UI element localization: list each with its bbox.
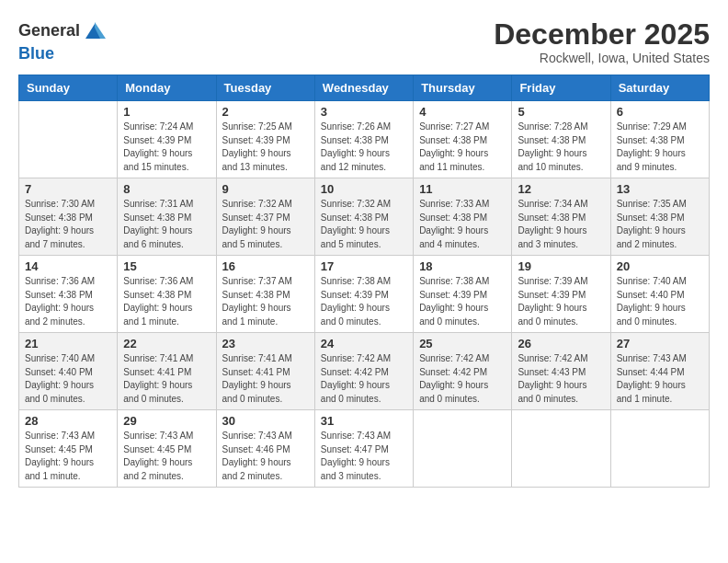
week-row-2: 7Sunrise: 7:30 AMSunset: 4:38 PMDaylight… (19, 178, 710, 256)
day-cell: 15Sunrise: 7:36 AMSunset: 4:38 PMDayligh… (118, 256, 216, 333)
day-cell (512, 410, 610, 488)
day-number: 14 (25, 259, 111, 273)
day-number: 6 (617, 105, 703, 119)
day-cell: 14Sunrise: 7:36 AMSunset: 4:38 PMDayligh… (19, 256, 118, 333)
day-number: 1 (123, 105, 210, 119)
title-block: December 2025 Rockwell, Iowa, United Sta… (494, 18, 710, 65)
day-cell: 11Sunrise: 7:33 AMSunset: 4:38 PMDayligh… (414, 178, 512, 256)
day-cell: 21Sunrise: 7:40 AMSunset: 4:40 PMDayligh… (19, 333, 118, 410)
day-cell: 13Sunrise: 7:35 AMSunset: 4:38 PMDayligh… (610, 178, 709, 256)
day-info: Sunrise: 7:41 AMSunset: 4:41 PMDaylight:… (123, 352, 210, 406)
day-number: 20 (617, 259, 703, 273)
day-cell: 3Sunrise: 7:26 AMSunset: 4:38 PMDaylight… (314, 101, 413, 178)
day-number: 21 (25, 337, 111, 350)
day-cell: 23Sunrise: 7:41 AMSunset: 4:41 PMDayligh… (216, 333, 314, 410)
day-cell (610, 410, 709, 488)
day-cell: 31Sunrise: 7:43 AMSunset: 4:47 PMDayligh… (314, 410, 413, 488)
day-cell (19, 101, 118, 178)
calendar-subtitle: Rockwell, Iowa, United States (494, 51, 710, 65)
day-number: 4 (419, 105, 506, 119)
day-number: 19 (518, 259, 604, 273)
day-cell: 25Sunrise: 7:42 AMSunset: 4:42 PMDayligh… (414, 333, 512, 410)
day-info: Sunrise: 7:34 AMSunset: 4:38 PMDaylight:… (518, 198, 604, 251)
day-info: Sunrise: 7:42 AMSunset: 4:42 PMDaylight:… (419, 352, 506, 406)
day-info: Sunrise: 7:43 AMSunset: 4:45 PMDaylight:… (123, 430, 210, 483)
day-info: Sunrise: 7:38 AMSunset: 4:39 PMDaylight:… (419, 275, 506, 328)
day-number: 8 (123, 182, 210, 196)
week-row-5: 28Sunrise: 7:43 AMSunset: 4:45 PMDayligh… (19, 410, 710, 488)
day-info: Sunrise: 7:42 AMSunset: 4:42 PMDaylight:… (321, 352, 407, 406)
day-info: Sunrise: 7:37 AMSunset: 4:38 PMDaylight:… (222, 275, 309, 328)
day-info: Sunrise: 7:28 AMSunset: 4:38 PMDaylight:… (518, 121, 604, 174)
day-number: 5 (518, 105, 604, 119)
day-info: Sunrise: 7:26 AMSunset: 4:38 PMDaylight:… (321, 121, 407, 174)
day-number: 30 (222, 414, 309, 428)
day-number: 16 (222, 259, 309, 273)
day-info: Sunrise: 7:41 AMSunset: 4:41 PMDaylight:… (222, 352, 309, 406)
day-number: 28 (25, 414, 111, 428)
day-number: 23 (222, 337, 309, 350)
day-cell: 5Sunrise: 7:28 AMSunset: 4:38 PMDaylight… (512, 101, 610, 178)
day-info: Sunrise: 7:43 AMSunset: 4:44 PMDaylight:… (617, 352, 703, 406)
day-cell: 12Sunrise: 7:34 AMSunset: 4:38 PMDayligh… (512, 178, 610, 256)
day-cell: 16Sunrise: 7:37 AMSunset: 4:38 PMDayligh… (216, 256, 314, 333)
day-cell: 27Sunrise: 7:43 AMSunset: 4:44 PMDayligh… (610, 333, 709, 410)
week-row-1: 1Sunrise: 7:24 AMSunset: 4:39 PMDaylight… (19, 101, 710, 178)
day-number: 22 (123, 337, 210, 350)
day-number: 18 (419, 259, 506, 273)
day-info: Sunrise: 7:36 AMSunset: 4:38 PMDaylight:… (25, 275, 111, 328)
day-number: 10 (321, 182, 407, 196)
day-number: 3 (321, 105, 407, 119)
day-number: 15 (123, 259, 210, 273)
day-info: Sunrise: 7:42 AMSunset: 4:43 PMDaylight:… (518, 352, 604, 406)
day-cell: 28Sunrise: 7:43 AMSunset: 4:45 PMDayligh… (19, 410, 118, 488)
day-info: Sunrise: 7:33 AMSunset: 4:38 PMDaylight:… (419, 198, 506, 251)
day-cell: 10Sunrise: 7:32 AMSunset: 4:38 PMDayligh… (314, 178, 413, 256)
day-number: 9 (222, 182, 309, 196)
day-info: Sunrise: 7:40 AMSunset: 4:40 PMDaylight:… (617, 275, 703, 328)
col-header-sunday: Sunday (19, 75, 118, 101)
day-cell: 30Sunrise: 7:43 AMSunset: 4:46 PMDayligh… (216, 410, 314, 488)
day-cell: 19Sunrise: 7:39 AMSunset: 4:39 PMDayligh… (512, 256, 610, 333)
col-header-tuesday: Tuesday (216, 75, 314, 101)
day-number: 7 (25, 182, 111, 196)
day-info: Sunrise: 7:27 AMSunset: 4:38 PMDaylight:… (419, 121, 506, 174)
day-number: 13 (617, 182, 703, 196)
day-number: 11 (419, 182, 506, 196)
page-header: General Blue December 2025 Rockwell, Iow… (18, 18, 710, 65)
day-cell: 9Sunrise: 7:32 AMSunset: 4:37 PMDaylight… (216, 178, 314, 256)
day-cell: 18Sunrise: 7:38 AMSunset: 4:39 PMDayligh… (414, 256, 512, 333)
day-info: Sunrise: 7:24 AMSunset: 4:39 PMDaylight:… (123, 121, 210, 174)
col-header-friday: Friday (512, 75, 610, 101)
week-row-3: 14Sunrise: 7:36 AMSunset: 4:38 PMDayligh… (19, 256, 710, 333)
day-cell: 29Sunrise: 7:43 AMSunset: 4:45 PMDayligh… (118, 410, 216, 488)
logo-blue: Blue (18, 44, 54, 63)
calendar-table: SundayMondayTuesdayWednesdayThursdayFrid… (18, 75, 710, 488)
calendar-title: December 2025 (494, 18, 710, 51)
day-info: Sunrise: 7:35 AMSunset: 4:38 PMDaylight:… (617, 198, 703, 251)
day-cell: 8Sunrise: 7:31 AMSunset: 4:38 PMDaylight… (118, 178, 216, 256)
col-header-monday: Monday (118, 75, 216, 101)
day-cell: 7Sunrise: 7:30 AMSunset: 4:38 PMDaylight… (19, 178, 118, 256)
day-info: Sunrise: 7:43 AMSunset: 4:45 PMDaylight:… (25, 430, 111, 483)
day-number: 12 (518, 182, 604, 196)
day-number: 27 (617, 337, 703, 350)
day-number: 24 (321, 337, 407, 350)
day-cell: 17Sunrise: 7:38 AMSunset: 4:39 PMDayligh… (314, 256, 413, 333)
day-number: 17 (321, 259, 407, 273)
day-info: Sunrise: 7:32 AMSunset: 4:37 PMDaylight:… (222, 198, 309, 251)
day-number: 31 (321, 414, 407, 428)
day-cell: 4Sunrise: 7:27 AMSunset: 4:38 PMDaylight… (414, 101, 512, 178)
day-cell: 26Sunrise: 7:42 AMSunset: 4:43 PMDayligh… (512, 333, 610, 410)
day-cell: 20Sunrise: 7:40 AMSunset: 4:40 PMDayligh… (610, 256, 709, 333)
day-number: 29 (123, 414, 210, 428)
day-cell (414, 410, 512, 488)
day-info: Sunrise: 7:31 AMSunset: 4:38 PMDaylight:… (123, 198, 210, 251)
day-info: Sunrise: 7:39 AMSunset: 4:39 PMDaylight:… (518, 275, 604, 328)
col-header-wednesday: Wednesday (314, 75, 413, 101)
day-info: Sunrise: 7:29 AMSunset: 4:38 PMDaylight:… (617, 121, 703, 174)
day-cell: 2Sunrise: 7:25 AMSunset: 4:39 PMDaylight… (216, 101, 314, 178)
day-info: Sunrise: 7:38 AMSunset: 4:39 PMDaylight:… (321, 275, 407, 328)
col-header-saturday: Saturday (610, 75, 709, 101)
day-number: 26 (518, 337, 604, 350)
